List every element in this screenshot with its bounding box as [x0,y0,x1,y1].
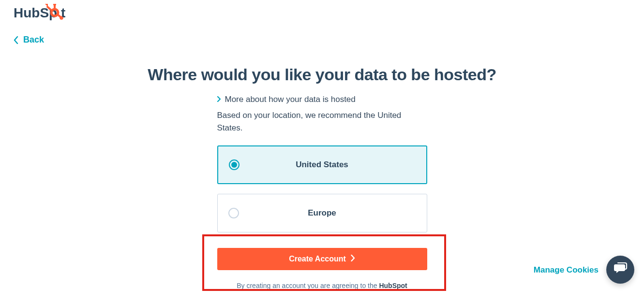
radio-indicator [229,159,240,170]
back-link[interactable]: Back [14,35,44,45]
chevron-left-icon [14,36,18,44]
radio-indicator [228,208,239,218]
chevron-right-icon [217,95,221,104]
chevron-right-icon [351,255,355,263]
chat-icon [613,261,628,278]
chat-button[interactable] [606,256,634,284]
manage-cookies-link[interactable]: Manage Cookies [534,265,599,275]
recommendation-text: Based on your location, we recommend the… [217,109,427,134]
terms-text: By creating an account you are agreeing … [217,282,427,289]
radio-option-eu[interactable]: Europe [217,194,427,232]
more-about-link[interactable]: More about how your data is hosted [217,95,356,104]
page-title: Where would you like your data to be hos… [148,65,496,84]
radio-option-label: Europe [228,208,416,218]
back-label: Back [23,35,44,45]
create-account-label: Create Account [289,255,346,263]
more-about-label: More about how your data is hosted [225,95,356,104]
hubspot-logo: HubSp t [14,4,75,24]
svg-text:t: t [61,5,65,20]
radio-option-us[interactable]: United States [217,145,427,184]
radio-option-label: United States [229,160,416,170]
create-account-button[interactable]: Create Account [217,248,427,270]
